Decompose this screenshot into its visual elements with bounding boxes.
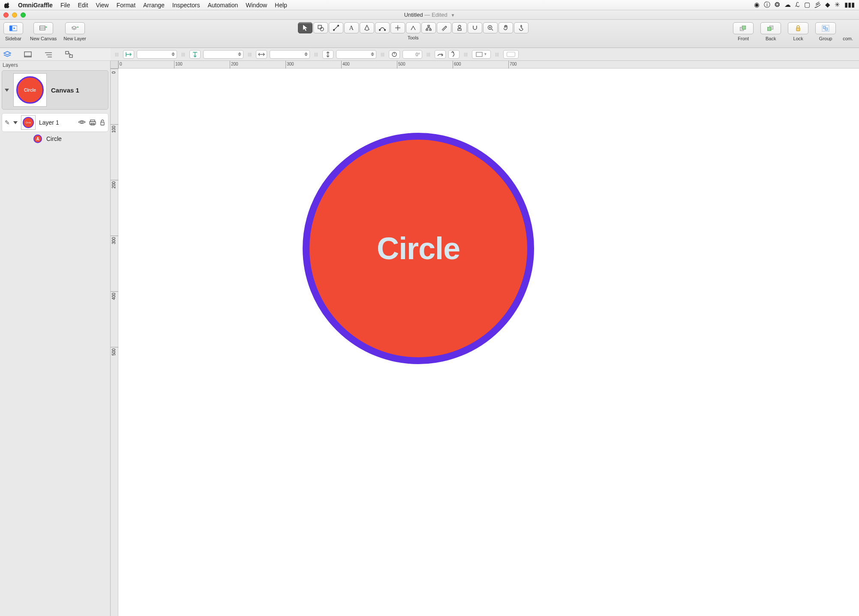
group-button[interactable]	[815, 22, 836, 34]
status-icon[interactable]: 彡	[814, 1, 821, 9]
guides-tab[interactable]	[43, 50, 54, 59]
magnet-tool[interactable]	[468, 22, 482, 33]
send-back-button[interactable]	[760, 22, 781, 34]
status-icon[interactable]: ✳	[835, 1, 840, 9]
x-origin-button[interactable]	[123, 50, 134, 59]
selection-tab[interactable]	[63, 50, 75, 59]
line-tool[interactable]	[329, 22, 343, 33]
bezier-icon	[378, 24, 386, 32]
shape-picker[interactable]: ▼	[472, 50, 491, 59]
document-title[interactable]: Untitled — Edited ▼	[0, 12, 859, 18]
separator-icon: ⫼	[493, 51, 501, 57]
canvas-row[interactable]: Circle Canvas 1	[2, 70, 108, 110]
status-icon[interactable]: ◆	[825, 1, 830, 9]
stamp-tool[interactable]	[452, 22, 467, 33]
menu-inspectors[interactable]: Inspectors	[172, 2, 200, 9]
sidebar-toggle-group: Sidebar	[3, 22, 23, 41]
status-icon[interactable]: ❂	[775, 1, 780, 9]
print-icon[interactable]	[89, 120, 96, 126]
menu-help[interactable]: Help	[275, 2, 287, 9]
rotation-button[interactable]	[389, 50, 400, 59]
zoom-tool[interactable]	[483, 22, 498, 33]
apple-icon[interactable]	[4, 2, 10, 8]
battery-icon[interactable]: ▮▮▮	[844, 1, 855, 9]
svg-point-59	[81, 121, 83, 123]
y-field[interactable]	[203, 50, 243, 59]
app-name[interactable]: OmniGraffle	[18, 2, 53, 9]
height-button[interactable]	[322, 50, 333, 59]
new-layer-button[interactable]: +	[65, 22, 85, 34]
width-button[interactable]	[256, 50, 267, 59]
thumb-circle-icon: Circle	[16, 76, 44, 104]
sidebar-label: Sidebar	[5, 36, 21, 41]
separator-icon: ⫼	[379, 51, 386, 57]
rotation-field[interactable]: 0°	[402, 50, 422, 59]
separator-icon: ⫼	[312, 51, 320, 57]
height-field[interactable]	[336, 50, 376, 59]
pencil-icon[interactable]: ✎	[5, 119, 10, 126]
disclosure-triangle-icon[interactable]	[13, 121, 18, 124]
menu-edit[interactable]: Edit	[78, 2, 88, 9]
toolbar-right: Front Back Lock Group com.	[733, 22, 856, 41]
new-canvas-button[interactable]: +	[33, 22, 53, 34]
object-name[interactable]: Circle	[46, 135, 62, 142]
rubber-stamp-tool[interactable]	[437, 22, 451, 33]
y-origin-button[interactable]	[189, 50, 201, 59]
flip-v-button[interactable]	[448, 50, 460, 59]
object-row[interactable]: A Circle	[0, 132, 110, 146]
bring-front-button[interactable]	[733, 22, 754, 34]
status-icon[interactable]: ◉	[754, 1, 760, 9]
brush-icon	[440, 24, 448, 32]
sidebar-toggle-button[interactable]	[3, 22, 23, 34]
canvas-thumbnail: Circle	[13, 73, 47, 107]
layers-tab[interactable]	[2, 50, 13, 59]
tools-label: Tools	[408, 35, 419, 40]
menu-arrange[interactable]: Arrange	[143, 2, 165, 9]
menu-window[interactable]: Window	[246, 2, 267, 9]
text-tool[interactable]: A	[344, 22, 359, 33]
selection-tool[interactable]	[298, 22, 312, 33]
new-canvas-group: + New Canvas	[30, 22, 57, 41]
fill-picker[interactable]	[503, 50, 519, 59]
vertical-ruler[interactable]: 0 100 200 300 400 500	[111, 69, 118, 616]
menu-file[interactable]: File	[60, 2, 70, 9]
unlock-icon[interactable]	[99, 120, 105, 126]
layer-row[interactable]: ✎ Circle Layer 1	[2, 113, 108, 132]
svg-rect-61	[90, 122, 96, 124]
flip-h-button[interactable]	[435, 50, 446, 59]
shape-text[interactable]: Circle	[377, 231, 460, 266]
status-icon[interactable]: ℒ	[795, 1, 800, 9]
svg-rect-3	[40, 26, 45, 30]
status-icon[interactable]: ☁	[784, 1, 791, 9]
status-icon[interactable]: ▢	[804, 1, 810, 9]
outline-tab[interactable]	[22, 50, 33, 59]
ruler-corner[interactable]	[111, 61, 118, 69]
visibility-icon[interactable]	[78, 120, 86, 126]
circle-shape[interactable]: Circle	[303, 133, 534, 364]
layer-name[interactable]: Layer 1	[39, 119, 59, 126]
lock-button[interactable]	[788, 22, 808, 34]
canvas-name[interactable]: Canvas 1	[51, 87, 79, 94]
disclosure-triangle-icon[interactable]	[5, 89, 9, 92]
diagram-tool[interactable]	[406, 22, 420, 33]
hand-tool[interactable]	[499, 22, 513, 33]
bezier-tool[interactable]	[375, 22, 390, 33]
pointer-icon	[301, 24, 309, 32]
x-field[interactable]	[137, 50, 177, 59]
menu-view[interactable]: View	[96, 2, 109, 9]
action-tool[interactable]	[514, 22, 529, 33]
menu-format[interactable]: Format	[117, 2, 135, 9]
point-tool[interactable]	[390, 22, 405, 33]
canvas[interactable]: Circle	[118, 69, 859, 616]
sidebar-tabs	[0, 48, 111, 61]
style-brush-tool[interactable]	[421, 22, 436, 33]
pen-tool[interactable]	[360, 22, 374, 33]
horizontal-ruler[interactable]: 0 100 200 300 400 500 600 700	[118, 61, 859, 69]
status-icon[interactable]: ⓘ	[764, 1, 770, 9]
shape-tool[interactable]	[313, 22, 328, 33]
separator-icon: ⫼	[113, 51, 120, 57]
canvas-icon: +	[39, 24, 47, 32]
chevron-down-icon: ▼	[451, 13, 455, 18]
menu-automation[interactable]: Automation	[207, 2, 238, 9]
width-field[interactable]	[270, 50, 310, 59]
